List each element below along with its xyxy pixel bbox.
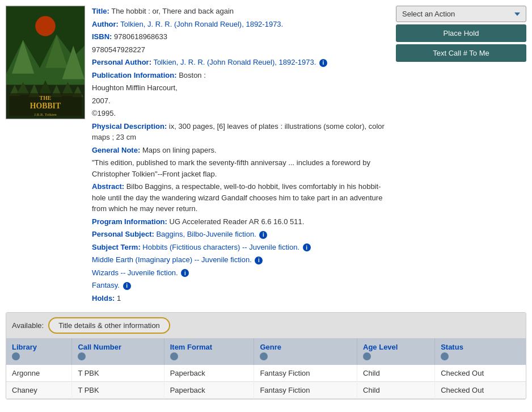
th-library: Library [6, 338, 72, 365]
td-library: Argonne [6, 365, 72, 382]
subject-term3-info-icon[interactable]: i [181, 269, 189, 277]
th-genre: Genre [254, 338, 357, 365]
personal-author-row: Personal Author: Tolkien, J. R. R. (John… [92, 57, 389, 68]
physical-row: Physical Description: ix, 300 pages, [6]… [92, 121, 389, 143]
th-item-format-label: Item Format [170, 343, 212, 351]
publication-line4: ©1995. [92, 109, 116, 117]
holds-value: 1 [117, 294, 121, 302]
title-row: Title: The hobbit : or, There and back a… [92, 6, 389, 17]
svg-text:HOBBIT: HOBBIT [30, 102, 61, 110]
chevron-down-icon [514, 12, 520, 16]
holds-row: Holds: 1 [92, 293, 389, 304]
subject-term3-link[interactable]: Wizards -- Juvenile fiction. [92, 268, 178, 277]
subject-term4-row: Fantasy. i [92, 280, 389, 291]
td-call-number: T PBK [72, 365, 164, 382]
personal-author-info-icon[interactable]: i [319, 59, 327, 67]
personal-subject-row: Personal Subject: Baggins, Bilbo-Juvenil… [92, 229, 389, 240]
abstract-label: Abstract: [92, 182, 124, 191]
sort-icon-age-level[interactable] [363, 352, 371, 360]
subject-term4-info-icon[interactable]: i [123, 282, 131, 290]
author-link[interactable]: Tolkien, J. R. R. (John Ronald Reuel), 1… [120, 20, 283, 28]
th-status-label: Status [441, 343, 463, 351]
action-panel: Select an Action Place Hold Text Call # … [396, 6, 526, 305]
available-label: Available: [12, 321, 44, 330]
personal-subject-label: Personal Subject: [92, 230, 154, 238]
text-call-button[interactable]: Text Call # To Me [396, 44, 526, 62]
top-row: THE HOBBIT J.R.R. Tolkien Title: The hob… [6, 6, 526, 305]
td-item-format: Paperback [164, 365, 254, 382]
results-table: Library Call Number Item Format [6, 338, 526, 399]
holds-label: Holds: [92, 294, 115, 302]
subject-term4-link[interactable]: Fantasy. [92, 281, 120, 289]
publication-value: Boston : [179, 71, 206, 79]
program-row: Program Information: UG Accelerated Read… [92, 216, 389, 228]
author-row: Author: Tolkien, J. R. R. (John Ronald R… [92, 19, 389, 30]
program-label: Program Information: [92, 217, 167, 226]
action-select-label: Select an Action [402, 10, 455, 18]
td-genre: Fantasy Fiction [254, 382, 357, 399]
td-item-format: Paperback [164, 382, 254, 399]
table-header-row: Library Call Number Item Format [6, 338, 526, 365]
abstract-row: Abstract: Bilbo Baggins, a respectable, … [92, 181, 389, 215]
subject-term-row: Subject Term: Hobbits (Fictitious charac… [92, 242, 389, 253]
th-age-level: Age Level [357, 338, 435, 365]
table-row: ArgonneT PBKPaperbackFantasy FictionChil… [6, 365, 526, 382]
personal-subject-info-icon[interactable]: i [259, 231, 267, 239]
physical-label: Physical Description: [92, 122, 167, 131]
isbn-label: ISBN: [92, 32, 112, 41]
subject-term2-row: Middle Earth (Imaginary place) -- Juveni… [92, 254, 389, 266]
abstract-value: Bilbo Baggins, a respectable, well-to-do… [92, 182, 382, 213]
svg-point-5 [35, 16, 55, 36]
publication-label: Publication Information: [92, 71, 177, 79]
subject-term2-info-icon[interactable]: i [255, 257, 263, 264]
td-age-level: Child [357, 365, 435, 382]
book-details: Title: The hobbit : or, There and back a… [92, 6, 389, 305]
publication-line3-row: 2007. [92, 95, 389, 107]
tabs-section: Available: Title details & other informa… [6, 312, 526, 400]
subject-term3-row: Wizards -- Juvenile fiction. i [92, 267, 389, 279]
book-cover-image: THE HOBBIT J.R.R. Tolkien [6, 6, 85, 119]
sort-icon-status[interactable] [441, 352, 449, 360]
th-item-format: Item Format [164, 338, 254, 365]
title-label: Title: [92, 7, 109, 15]
td-status: Checked Out [435, 365, 526, 382]
subject-term1-link[interactable]: Hobbits (Fictitious characters) -- Juven… [142, 243, 299, 251]
th-age-level-label: Age Level [363, 343, 398, 351]
personal-author-link[interactable]: Tolkien, J. R. R. (John Ronald Reuel), 1… [153, 58, 316, 66]
personal-author-label: Personal Author: [92, 58, 151, 66]
sort-icon-library[interactable] [12, 352, 20, 360]
td-status: Checked Out [435, 382, 526, 399]
th-status: Status [435, 338, 526, 365]
place-hold-button[interactable]: Place Hold [396, 24, 526, 42]
isbn2-row: 9780547928227 [92, 44, 389, 56]
publication-line4-row: ©1995. [92, 108, 389, 119]
td-genre: Fantasy Fiction [254, 365, 357, 382]
publication-line2: Houghton Mifflin Harcourt, [92, 83, 178, 92]
sort-icon-item-format[interactable] [170, 352, 178, 360]
action-select-dropdown[interactable]: Select an Action [396, 6, 526, 22]
table-row: ChaneyT PBKPaperbackFantasy FictionChild… [6, 382, 526, 399]
subject-term1-info-icon[interactable]: i [303, 243, 311, 251]
general-note-quote: "This edition, published to mark the sev… [92, 158, 370, 178]
th-library-label: Library [12, 343, 37, 351]
subject-term2-link[interactable]: Middle Earth (Imaginary place) -- Juveni… [92, 255, 252, 264]
isbn2-value: 9780547928227 [92, 45, 145, 54]
th-call-number: Call Number [72, 338, 164, 365]
th-genre-label: Genre [260, 343, 281, 351]
general-note-quote-row: "This edition, published to mark the sev… [92, 157, 389, 179]
personal-subject-link[interactable]: Baggins, Bilbo-Juvenile fiction. [156, 230, 256, 238]
publication-line2-row: Houghton Mifflin Harcourt, [92, 82, 389, 94]
td-library: Chaney [6, 382, 72, 399]
author-label: Author: [92, 20, 119, 28]
td-age-level: Child [357, 382, 435, 399]
svg-text:THE: THE [40, 95, 52, 101]
publication-line3: 2007. [92, 96, 111, 105]
subject-term-label: Subject Term: [92, 243, 141, 251]
tab-title-details[interactable]: Title details & other information [48, 317, 170, 334]
sort-icon-call-number[interactable] [78, 352, 86, 360]
sort-icon-genre[interactable] [260, 352, 268, 360]
general-note-label: General Note: [92, 146, 140, 154]
general-note-row: General Note: Maps on lining papers. [92, 145, 389, 156]
th-call-number-label: Call Number [78, 343, 121, 351]
book-cover: THE HOBBIT J.R.R. Tolkien [6, 6, 85, 119]
